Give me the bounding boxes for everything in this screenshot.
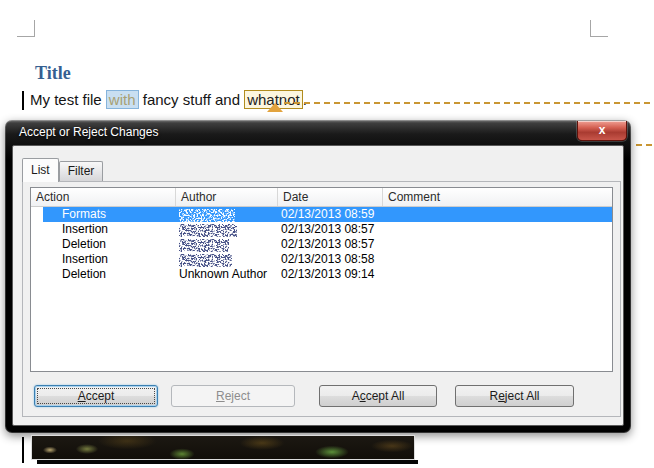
row-author [176, 222, 278, 237]
row-author [176, 252, 278, 267]
column-header-author[interactable]: Author [176, 188, 278, 206]
page-margin-corner-left-icon [17, 20, 35, 37]
close-icon: x [599, 123, 606, 137]
row-action: Insertion [31, 252, 176, 267]
tab-list[interactable]: List [22, 158, 59, 182]
row-action: Deletion [31, 267, 176, 282]
table-row[interactable]: Formats 02/13/2013 08:59 [31, 207, 612, 222]
reject-all-button[interactable]: Reject All [455, 385, 574, 407]
redacted-author-scribble [179, 209, 235, 222]
row-comment [383, 222, 612, 237]
change-bar [22, 91, 24, 110]
accept-button[interactable]: Accept [34, 385, 158, 407]
row-date: 02/13/2013 08:57 [278, 237, 383, 252]
tab-filter[interactable]: Filter [59, 161, 104, 181]
page-margin-corner-right-icon [590, 20, 608, 37]
reject-button[interactable]: Reject [171, 385, 295, 407]
table-row[interactable]: Insertion 02/13/2013 08:57 [31, 222, 612, 237]
row-date: 02/13/2013 08:58 [278, 252, 383, 267]
column-header-comment[interactable]: Comment [383, 188, 612, 206]
change-bar [22, 437, 24, 463]
row-author [176, 207, 278, 222]
row-comment [383, 252, 612, 267]
row-comment [383, 207, 612, 222]
row-comment [383, 267, 612, 282]
document-paragraph[interactable]: My test file with fancy stuff and whatno… [30, 88, 307, 112]
document-photo[interactable] [31, 435, 415, 460]
paragraph-text: fancy stuff and [139, 91, 245, 108]
document-heading[interactable]: Title [35, 63, 71, 84]
row-comment [383, 237, 612, 252]
dialog-title: Accept or Reject Changes [19, 120, 158, 145]
redacted-author-scribble [179, 224, 237, 237]
photo-shadow [37, 460, 418, 464]
row-date: 02/13/2013 09:14 [278, 267, 383, 282]
changes-table: Action Author Date Comment Formats 02/13… [30, 187, 613, 372]
table-row[interactable]: Deletion 02/13/2013 08:57 [31, 237, 612, 252]
row-author: Unknown Author [176, 267, 278, 282]
row-action: Insertion [31, 222, 176, 237]
accept-all-button[interactable]: Accept All [319, 385, 437, 407]
paragraph-text: My test file [30, 91, 106, 108]
comment-anchor-dashed-line [636, 144, 654, 146]
dialog-body: List Filter Action Author Date Comment F… [12, 145, 624, 426]
paragraph-text: . [303, 91, 307, 108]
table-row[interactable]: Deletion Unknown Author 02/13/2013 09:14 [31, 267, 612, 282]
row-action: Deletion [31, 237, 176, 252]
comment-anchor-dashed-line [284, 102, 654, 104]
screenshot-stage: Title My test file with fancy stuff and … [0, 0, 654, 468]
close-button[interactable]: x [577, 121, 627, 141]
comment-anchor-triangle-icon [267, 103, 283, 112]
row-action: Formats [31, 207, 176, 222]
row-date: 02/13/2013 08:57 [278, 222, 383, 237]
row-date: 02/13/2013 08:59 [278, 207, 383, 222]
redacted-author-scribble [179, 239, 229, 252]
table-header: Action Author Date Comment [31, 188, 612, 207]
tab-panel-list: Action Author Date Comment Formats 02/13… [22, 181, 621, 417]
row-author [176, 237, 278, 252]
tab-bar: List Filter [22, 158, 103, 181]
column-header-date[interactable]: Date [278, 188, 383, 206]
redacted-author-scribble [179, 254, 232, 267]
tracked-change-format-highlight[interactable]: with [106, 90, 139, 109]
column-header-action[interactable]: Action [31, 188, 176, 206]
accept-reject-dialog: Accept or Reject Changes x List Filter A… [5, 120, 631, 433]
table-row[interactable]: Insertion 02/13/2013 08:58 [31, 252, 612, 267]
